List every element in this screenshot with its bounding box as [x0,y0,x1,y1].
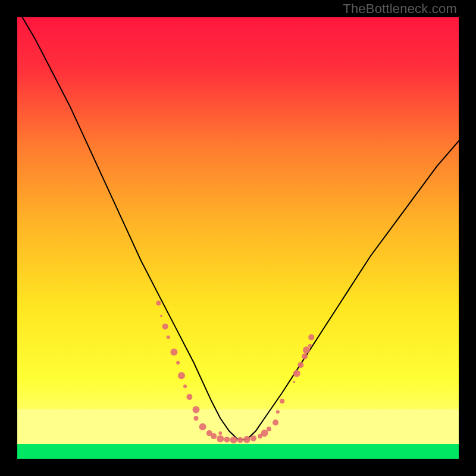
sample-dot [194,416,199,421]
sample-dot [167,336,170,339]
frame-border-left [0,0,17,476]
sample-dot [261,430,268,437]
sample-dot [218,431,222,435]
sample-dot [308,334,314,340]
frame-border-right [459,0,476,476]
sample-dot [186,394,192,400]
sample-dot [224,437,230,443]
sample-dot [156,300,161,305]
sample-dot [162,324,168,330]
sample-dot [250,436,256,441]
sample-dot [178,372,185,379]
sample-dot [276,410,280,414]
sample-dot [303,346,310,353]
sample-dot [211,433,217,439]
frame-border-bottom [0,459,476,476]
sample-dot [230,437,237,444]
sample-dot [183,384,187,388]
sample-dot [170,349,177,356]
sample-dot [176,361,180,365]
sample-dot [193,406,200,414]
gradient-background [17,17,459,443]
sample-dot [267,427,271,431]
sample-dot [280,399,284,403]
sample-dot [293,381,295,383]
watermark-text: TheBottleneck.com [343,1,457,17]
sample-dot [237,437,243,443]
sample-dot [293,370,300,377]
chart-frame: TheBottleneck.com [0,0,476,476]
sample-dot [243,436,250,443]
sample-dot [160,315,162,317]
bottleneck-chart [17,17,459,459]
sample-dot [298,362,303,368]
sample-dot [302,353,308,359]
green-stripe [17,444,459,459]
sample-dot [217,435,224,442]
sample-dot [308,344,312,347]
sample-dot [273,419,278,425]
sample-dot [199,423,206,430]
